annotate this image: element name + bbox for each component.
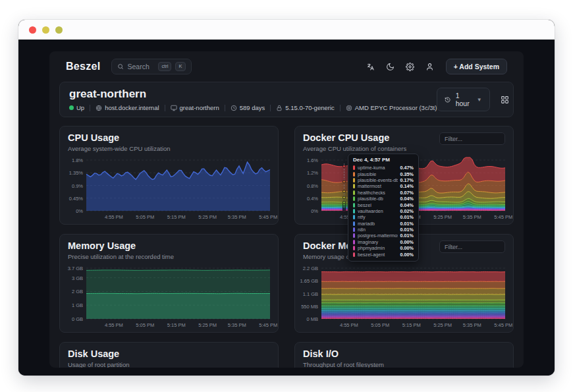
y-tick-label: 1.2% xyxy=(307,170,318,176)
series-color-marker xyxy=(353,221,355,226)
card-subtitle: Usage of root partition xyxy=(68,361,129,368)
window-minimize-button[interactable] xyxy=(42,26,49,34)
window-titlebar xyxy=(18,20,555,40)
tooltip-row: vaultwarden0.02% xyxy=(353,208,414,214)
system-meta-item: host.docker.internal xyxy=(96,104,159,111)
y-tick-label: 3 GB xyxy=(72,275,83,281)
theme-toggle-button[interactable] xyxy=(383,59,398,74)
card-subtitle: Average system-wide CPU utilization xyxy=(68,145,171,152)
system-meta-item: AMD EPYC Processor (3c/3t) xyxy=(346,104,437,111)
x-tick-label: 5:25 PM xyxy=(433,214,452,220)
docker-cpu-filter-input[interactable] xyxy=(439,132,505,145)
card-subtitle: Precise utilization at the recorded time xyxy=(68,253,174,260)
x-tick-label: 5:25 PM xyxy=(198,214,217,220)
x-tick-label: 5:35 PM xyxy=(228,214,246,220)
series-color-marker xyxy=(353,190,355,195)
cpu-usage-card: CPU Usage Average system-wide CPU utiliz… xyxy=(59,126,279,225)
y-axis: 3.7 GB3 GB2 GB1 GB0 GB xyxy=(68,265,86,320)
tooltip-row: plausible-db0.04% xyxy=(353,196,414,202)
tooltip-row: beszel-agent0.00% xyxy=(353,251,414,257)
card-title: Docker CPU Usage xyxy=(303,132,406,143)
language-button[interactable] xyxy=(363,59,379,74)
x-axis: 4:55 PM5:05 PM5:15 PM5:25 PM5:35 PM5:45 … xyxy=(86,212,270,221)
tooltip-row: healthchecks0.07% xyxy=(353,190,414,196)
y-tick-label: 2.2 GB xyxy=(303,266,318,271)
user-menu-button[interactable] xyxy=(422,59,438,74)
x-tick-label: 5:25 PM xyxy=(198,322,217,328)
system-meta-item: great-northern xyxy=(171,104,219,111)
y-axis: 1.8%1.35%0.9%0.45%0% xyxy=(68,157,86,212)
y-tick-label: 550 MB xyxy=(301,303,318,309)
series-color-marker xyxy=(353,215,355,219)
cpu-chip-icon xyxy=(346,105,352,111)
series-color-marker xyxy=(353,172,355,177)
system-meta-item: 589 days xyxy=(231,104,265,111)
y-tick-label: 0% xyxy=(76,208,83,214)
window-close-button[interactable] xyxy=(29,26,36,34)
tooltip-row: n8n0.01% xyxy=(353,227,414,233)
tooltip-row: plausible-events-db0.17% xyxy=(353,177,414,183)
tooltip-row: mariadb0.01% xyxy=(353,221,414,227)
layout-toggle-button[interactable] xyxy=(498,92,512,107)
series-color-marker xyxy=(353,203,355,208)
y-tick-label: 1.8% xyxy=(72,157,83,163)
cpu-usage-chart[interactable] xyxy=(86,157,270,212)
system-summary-card: great-northern Up host.docker.internalgr… xyxy=(59,82,514,117)
docker-memory-usage-chart[interactable] xyxy=(321,265,505,320)
lock-icon xyxy=(276,105,283,111)
y-tick-label: 0.9% xyxy=(72,182,83,188)
x-tick-label: 5:15 PM xyxy=(167,214,186,220)
y-tick-label: 1.1 GB xyxy=(303,291,318,296)
x-axis: 4:55 PM5:05 PM5:15 PM5:25 PM5:35 PM5:45 … xyxy=(86,320,270,329)
docker-memory-filter-input[interactable] xyxy=(439,240,505,253)
tooltip-row: plausible0.35% xyxy=(353,171,414,177)
tooltip-row: imaginary0.00% xyxy=(353,239,414,245)
meta-divider xyxy=(340,105,341,111)
series-color-marker xyxy=(353,233,355,238)
x-tick-label: 4:55 PM xyxy=(105,322,123,328)
kbd-ctrl: ctrl xyxy=(158,62,171,70)
system-meta-row: Up host.docker.internalgreat-northern589… xyxy=(69,104,437,111)
dashboard-panel: Beszel Search ctrl K xyxy=(49,51,524,368)
x-tick-label: 5:05 PM xyxy=(371,322,389,328)
language-icon xyxy=(366,63,375,71)
globe-icon xyxy=(96,105,102,111)
time-range-value: 1 hour xyxy=(456,92,472,107)
disk-io-card: Disk I/O Throughput of root filesystem xyxy=(294,342,514,368)
y-tick-label: 0 GB xyxy=(72,316,83,322)
series-color-marker xyxy=(353,240,355,244)
grid-icon xyxy=(501,96,509,104)
card-title: Disk Usage xyxy=(68,349,129,359)
history-clock-icon xyxy=(445,96,450,103)
meta-divider xyxy=(90,105,90,111)
y-tick-label: 2 GB xyxy=(72,289,83,294)
y-tick-label: 0% xyxy=(311,208,318,214)
memory-usage-chart[interactable] xyxy=(86,265,270,320)
tooltip-row: phpmyadmin0.00% xyxy=(353,245,414,251)
tooltip-row: ntfy0.01% xyxy=(353,214,414,220)
add-system-button[interactable]: + Add System xyxy=(446,59,507,74)
chevron-down-icon: ▼ xyxy=(477,97,482,103)
y-tick-label: 1.6% xyxy=(307,157,318,163)
tooltip-timestamp: Dec 4, 4:57 PM xyxy=(353,157,414,163)
meta-divider xyxy=(225,105,225,111)
search-icon xyxy=(117,63,124,70)
clock-icon xyxy=(231,105,237,111)
window-maximize-button[interactable] xyxy=(55,26,63,34)
app-background: Beszel Search ctrl K xyxy=(18,40,555,376)
series-color-marker xyxy=(353,209,355,213)
y-tick-label: 1.65 GB xyxy=(300,278,318,284)
series-color-marker xyxy=(353,184,355,188)
moon-icon xyxy=(386,63,395,71)
monitor-icon xyxy=(171,105,177,111)
settings-button[interactable] xyxy=(402,59,418,74)
time-range-select[interactable]: 1 hour ▼ xyxy=(437,88,489,111)
series-color-marker xyxy=(353,196,355,201)
browser-window: Beszel Search ctrl K xyxy=(18,20,555,376)
status-dot-icon xyxy=(69,105,74,110)
x-tick-label: 4:55 PM xyxy=(340,322,358,328)
x-tick-label: 5:45 PM xyxy=(259,322,277,328)
meta-divider xyxy=(270,105,271,111)
x-tick-label: 5:45 PM xyxy=(494,322,512,328)
search-input[interactable]: Search ctrl K xyxy=(111,59,192,74)
